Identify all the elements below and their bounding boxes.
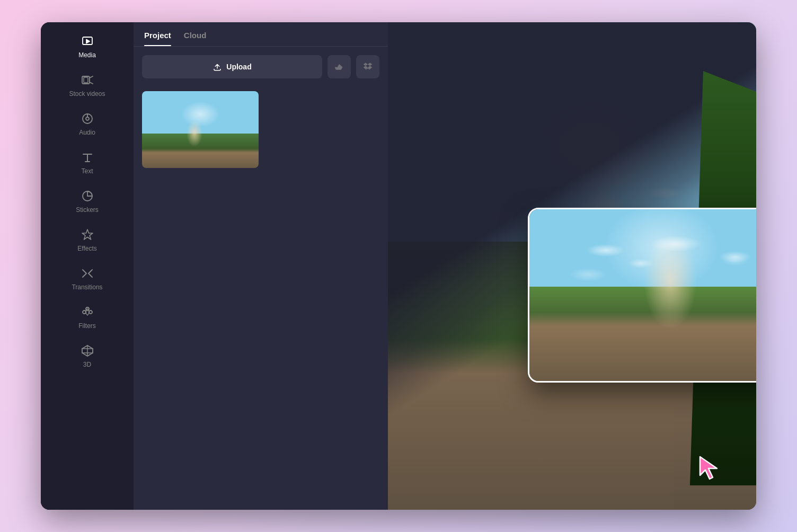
preview-panel: [388, 22, 756, 510]
sidebar-item-label-text: Text: [81, 167, 93, 175]
left-panel: Project Cloud Upload: [134, 22, 388, 510]
svg-line-4: [90, 76, 93, 78]
svg-point-11: [89, 311, 92, 314]
media-actions: Upload: [134, 47, 388, 87]
sidebar-item-transitions[interactable]: Transitions: [41, 261, 134, 297]
upload-button[interactable]: Upload: [142, 55, 322, 78]
tab-cloud[interactable]: Cloud: [184, 31, 207, 46]
text-icon: [81, 151, 94, 165]
tab-project[interactable]: Project: [144, 31, 171, 46]
3d-icon: [81, 344, 94, 359]
sidebar-item-effects[interactable]: Effects: [41, 222, 134, 259]
cursor-icon: [695, 451, 727, 483]
sidebar-item-media[interactable]: Media: [41, 29, 134, 65]
upload-icon: [212, 62, 222, 72]
sidebar-item-label-media: Media: [78, 51, 96, 59]
app-body: Project Cloud Upload: [134, 22, 756, 510]
media-icon: [81, 35, 94, 49]
sidebar-item-audio[interactable]: Audio: [41, 106, 134, 143]
cursor-arrow: [695, 451, 727, 485]
svg-line-5: [90, 82, 93, 84]
app-window: Media Stock videos: [41, 22, 756, 510]
google-drive-button[interactable]: [327, 55, 351, 78]
svg-marker-1: [86, 40, 90, 43]
media-tabs: Project Cloud: [134, 22, 388, 47]
dropbox-button[interactable]: [356, 55, 379, 78]
google-drive-icon: [334, 61, 344, 72]
sidebar-item-label-3d: 3D: [83, 361, 91, 368]
zoomed-preview-card: [528, 208, 756, 383]
sidebar-item-stock-videos[interactable]: Stock videos: [41, 67, 134, 104]
effects-icon: [81, 228, 94, 243]
transitions-icon: [81, 267, 94, 281]
sidebar-item-filters[interactable]: Filters: [41, 299, 134, 336]
sidebar-item-label-stickers: Stickers: [76, 206, 99, 214]
thumbnail-image: [142, 91, 259, 168]
audio-icon: [81, 112, 94, 127]
media-grid: [134, 87, 388, 172]
svg-rect-3: [84, 77, 88, 83]
sidebar-item-text[interactable]: Text: [41, 145, 134, 181]
stock-videos-icon: [81, 74, 94, 88]
sidebar-item-label-filters: Filters: [78, 322, 96, 330]
filters-icon: [81, 306, 94, 320]
zoomed-photo: [529, 209, 756, 381]
dropbox-icon: [362, 61, 373, 72]
sidebar-item-stickers[interactable]: Stickers: [41, 183, 134, 220]
upload-label: Upload: [226, 63, 251, 71]
sidebar-item-3d[interactable]: 3D: [41, 338, 134, 375]
sidebar: Media Stock videos: [41, 22, 134, 510]
sidebar-item-label-stock: Stock videos: [69, 90, 105, 97]
list-item[interactable]: [142, 91, 259, 168]
sidebar-item-label-audio: Audio: [79, 129, 95, 136]
svg-point-10: [83, 311, 86, 314]
sidebar-item-label-transitions: Transitions: [72, 283, 102, 291]
stickers-icon: [81, 190, 94, 204]
sidebar-item-label-effects: Effects: [77, 245, 96, 252]
